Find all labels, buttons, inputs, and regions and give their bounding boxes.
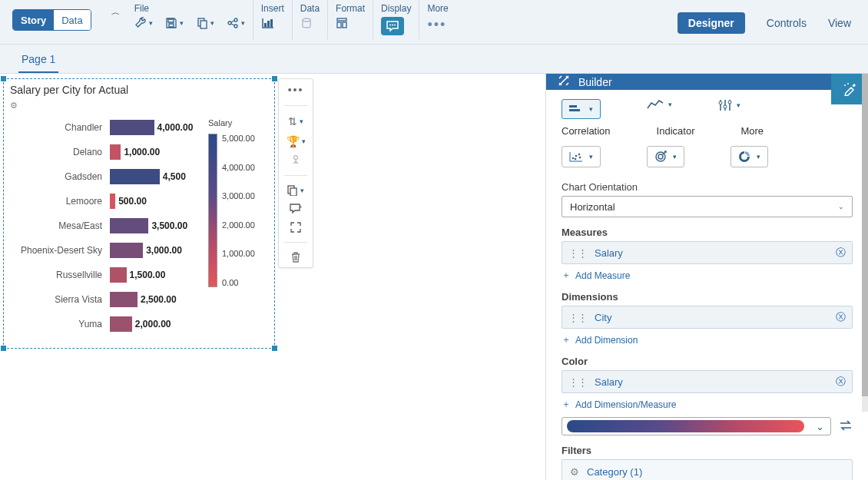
bar-row[interactable]: Lemoore500.00	[10, 189, 202, 214]
copy-icon[interactable]: ▾	[196, 17, 214, 29]
orientation-label: Chart Orientation	[562, 181, 853, 193]
wrench-icon[interactable]: ▾	[134, 17, 153, 29]
plus-icon: ＋	[562, 333, 571, 346]
svg-point-14	[394, 25, 396, 26]
legend-tick: 0.00	[222, 278, 255, 287]
display-comment-icon[interactable]	[381, 17, 404, 35]
bar-row[interactable]: Phoenix-Desert Sky3,000.00	[10, 238, 202, 263]
dimension-chip[interactable]: ⋮⋮ City ⓧ	[562, 306, 853, 329]
bar-fill	[110, 144, 121, 160]
delete-icon[interactable]	[290, 252, 301, 263]
menu-format-label: Format	[336, 3, 365, 14]
legend-tick: 2,000.00	[222, 220, 255, 230]
measures-label: Measures	[562, 227, 853, 238]
chart-type-labels: Correlation Indicator More	[546, 124, 868, 144]
chart-widget[interactable]: Salary per City for Actual ⚙ Chandler4,0…	[3, 78, 275, 349]
add-measure-link[interactable]: ＋Add Measure	[562, 269, 853, 282]
measure-chip[interactable]: ⋮⋮ Salary ⓧ	[562, 241, 853, 264]
svg-rect-1	[200, 21, 207, 28]
filters-label: Filters	[562, 445, 853, 456]
mode-story[interactable]: Story	[13, 10, 54, 30]
sort-icon[interactable]: ⇅ ▾	[288, 115, 303, 127]
builder-header: Builder	[546, 74, 868, 90]
scrollbar[interactable]	[862, 74, 868, 412]
bar-row[interactable]: Yuma2,000.00	[10, 312, 202, 336]
add-dimension-link[interactable]: ＋Add Dimension	[562, 333, 853, 346]
bar-category-label: Sierra Vista	[10, 294, 110, 305]
chart-gear-icon[interactable]: ⚙	[10, 101, 18, 111]
chart-type-line[interactable]: ▾	[647, 99, 672, 110]
drag-handle-icon[interactable]: ⋮⋮	[568, 247, 587, 259]
chart-type-donut[interactable]: ▾	[731, 146, 768, 167]
menu-data-label: Data	[300, 3, 320, 14]
canvas[interactable]: Salary per City for Actual ⚙ Chandler4,0…	[0, 74, 545, 480]
bar-category-label: Chandler	[10, 122, 110, 133]
chart-type-more-label: More	[740, 125, 764, 137]
widget-more-icon[interactable]: •••	[288, 84, 304, 96]
drag-handle-icon[interactable]: ⋮⋮	[568, 312, 587, 323]
swap-colors-icon[interactable]	[839, 420, 853, 433]
svg-point-26	[572, 157, 575, 160]
color-chip[interactable]: ⋮⋮ Salary ⓧ	[562, 370, 853, 393]
bar-value-label: 2,500.00	[141, 294, 177, 305]
controls-link[interactable]: Controls	[767, 17, 807, 29]
chart-type-sliders[interactable]: ▾	[718, 99, 740, 111]
comment-plus-icon[interactable]: +	[290, 204, 302, 214]
remove-dimension-icon[interactable]: ⓧ	[836, 310, 846, 324]
chart-type-indicator-label: Indicator	[657, 125, 695, 137]
share-icon[interactable]: ▾	[227, 17, 245, 29]
widget-tools: ••• ⇅ ▾ 🏆 ▾ ▾ +	[278, 78, 313, 268]
bar-row[interactable]: Gadsden4,500	[10, 164, 202, 189]
color-gradient-select[interactable]: ⌄	[562, 417, 831, 435]
svg-rect-7	[270, 19, 273, 27]
bar-row[interactable]: Delano1,000.00	[10, 140, 202, 164]
fullscreen-icon[interactable]	[290, 222, 301, 233]
format-layout-icon[interactable]	[336, 17, 348, 29]
data-db-icon[interactable]	[300, 17, 313, 29]
remove-color-icon[interactable]: ⓧ	[836, 375, 846, 389]
bar-row[interactable]: Mesa/East3,500.00	[10, 214, 202, 238]
bar-row[interactable]: Russellville1,500.00	[10, 263, 202, 287]
bar-row[interactable]: Sierra Vista2,500.00	[10, 287, 202, 312]
svg-point-29	[578, 154, 581, 156]
filter-chip[interactable]: ⚙ Category (1) Actual	[562, 459, 853, 480]
insert-chart-icon[interactable]	[261, 17, 275, 29]
measure-chip-text: Salary	[595, 247, 828, 259]
bar-category-label: Phoenix-Desert Sky	[10, 245, 110, 256]
bar-value-label: 1,500.00	[130, 270, 166, 280]
page-tab[interactable]: Page 1	[18, 53, 58, 73]
bar-value-label: 1,000.00	[124, 147, 160, 157]
more-dots-icon[interactable]: •••	[427, 17, 446, 33]
bar-value-label: 4,000.00	[157, 122, 194, 133]
svg-point-24	[724, 105, 727, 108]
svg-point-20	[847, 83, 849, 84]
svg-point-25	[728, 101, 731, 104]
copy-widget-icon[interactable]: ▾	[287, 185, 304, 196]
color-label: Color	[562, 356, 853, 367]
menu-more-label: More	[427, 3, 448, 14]
mode-toggle: Story Data	[12, 9, 91, 31]
collapse-toolbar-icon[interactable]: ︿	[105, 8, 127, 18]
view-link[interactable]: View	[828, 17, 851, 29]
plus-icon: ＋	[562, 398, 571, 411]
bar-category-label: Yuma	[10, 319, 110, 329]
designer-button[interactable]: Designer	[678, 12, 745, 34]
bar-fill	[110, 218, 148, 233]
remove-measure-icon[interactable]: ⓧ	[836, 246, 846, 260]
chart-type-scatter[interactable]: ▾	[562, 146, 601, 167]
main-area: Salary per City for Actual ⚙ Chandler4,0…	[0, 74, 868, 480]
drag-handle-icon[interactable]: ⋮⋮	[568, 376, 587, 388]
legend-title: Salary	[208, 118, 268, 127]
orientation-select[interactable]: Horizontal ⌄	[562, 196, 853, 217]
chart-type-bar[interactable]: ▾	[562, 99, 601, 119]
menu-display: Display	[373, 0, 419, 40]
save-icon[interactable]: ▾	[165, 17, 184, 29]
svg-point-3	[234, 18, 237, 22]
person-icon[interactable]	[291, 155, 300, 166]
bar-row[interactable]: Chandler4,000.00	[10, 115, 202, 140]
color-chip-text: Salary	[595, 376, 828, 388]
rank-trophy-icon[interactable]: 🏆 ▾	[287, 135, 306, 147]
mode-data[interactable]: Data	[54, 10, 90, 30]
add-dim-measure-link[interactable]: ＋Add Dimension/Measure	[562, 398, 853, 411]
chart-type-target[interactable]: ▾	[647, 146, 684, 167]
